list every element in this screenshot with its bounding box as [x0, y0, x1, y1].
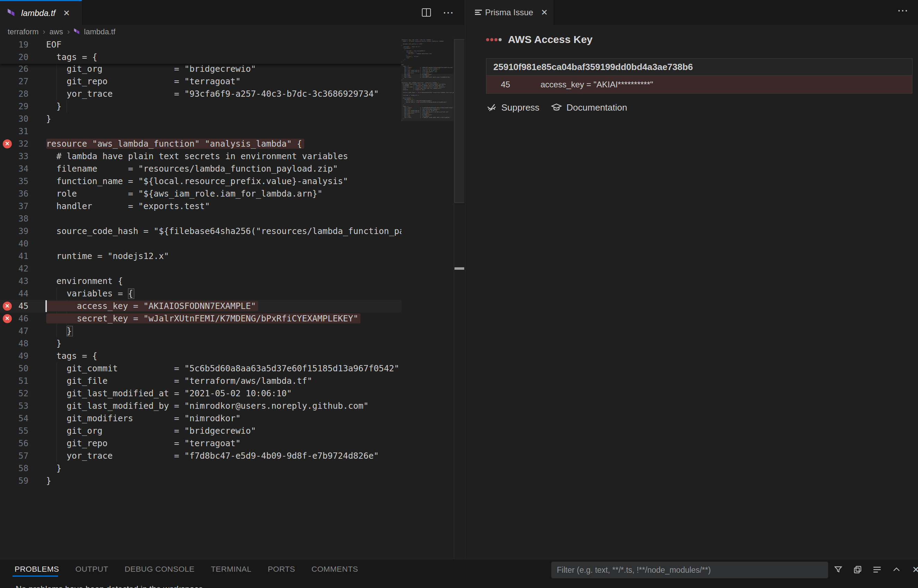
line-number[interactable]: 19 — [0, 39, 28, 51]
panel-tab-comments[interactable]: COMMENTS — [312, 565, 358, 574]
line-number[interactable]: 33 — [0, 150, 28, 163]
line-number[interactable]: 36 — [0, 187, 28, 200]
issue-code-row[interactable]: 45 access_key = "AKIAI**********" — [486, 76, 912, 93]
code-line[interactable]: 36 role = "${aws_iam_role.iam_for_lambda… — [0, 187, 402, 200]
tab-close-icon[interactable]: ✕ — [541, 8, 548, 17]
code-line[interactable]: 58 } — [0, 462, 402, 475]
code-line[interactable]: 28 yor_trace = "93cfa6f9-a257-40c3-b7dc-… — [0, 88, 402, 100]
line-number[interactable]: 20 — [0, 51, 28, 63]
line-number[interactable]: 52 — [0, 387, 28, 400]
editor-scrollbar[interactable] — [454, 39, 464, 559]
code-line[interactable]: 52 git_last_modified_at = "2021-05-02 10… — [0, 387, 402, 400]
line-number[interactable]: 43 — [0, 275, 28, 288]
line-number[interactable]: 40 — [0, 237, 28, 250]
line-number[interactable]: 53 — [0, 400, 28, 412]
line-number[interactable]: 44 — [0, 288, 28, 300]
line-number[interactable]: 34 — [0, 163, 28, 175]
code-line[interactable]: 27 git_repo = "terragoat" — [0, 75, 402, 88]
code-line[interactable]: ✕46 secret_key = "wJalrXUtnFEMI/K7MDENG/… — [0, 312, 402, 325]
collapse-all-icon[interactable] — [871, 564, 883, 576]
tab-prisma-issue[interactable]: Prisma Issue ✕ — [466, 0, 554, 25]
close-panel-icon[interactable]: ✕ — [910, 564, 918, 576]
code-line[interactable]: 30} — [0, 113, 402, 125]
code-line[interactable]: 55 git_org = "bridgecrewio" — [0, 425, 402, 437]
line-number[interactable]: 54 — [0, 412, 28, 425]
code-line[interactable]: 54 git_modifiers = "nimrodkor" — [0, 412, 402, 425]
filter-toggle-icon[interactable] — [832, 564, 844, 576]
documentation-button[interactable]: Documentation — [550, 102, 627, 113]
code-line[interactable]: 49 tags = { — [0, 350, 402, 362]
code-line[interactable]: 42 — [0, 262, 402, 275]
line-number[interactable]: 58 — [0, 462, 28, 475]
tab-lambda-tf[interactable]: lambda.tf ✕ — [0, 0, 82, 25]
line-number[interactable]: 45 — [0, 300, 28, 312]
code-line[interactable]: 43 environment { — [0, 275, 402, 288]
code-line[interactable]: 29 } — [0, 100, 402, 113]
split-editor-icon[interactable] — [422, 8, 431, 17]
code-editor[interactable]: 26 git_org = "bridgecrewio"27 git_repo =… — [0, 39, 464, 559]
filter-input[interactable] — [557, 565, 814, 575]
code-line[interactable]: 37 handler = "exports.test" — [0, 200, 402, 213]
line-number[interactable]: 59 — [0, 475, 28, 487]
filter-funnel-icon[interactable] — [814, 565, 823, 575]
line-number[interactable]: 29 — [0, 100, 28, 113]
line-number[interactable]: 51 — [0, 375, 28, 387]
line-number[interactable]: 38 — [0, 213, 28, 225]
code-line[interactable]: 39 source_code_hash = "${filebase64sha25… — [0, 225, 402, 237]
line-number[interactable]: 41 — [0, 250, 28, 262]
tab-close-icon[interactable]: ✕ — [63, 9, 70, 17]
panel-tab-ports[interactable]: PORTS — [268, 565, 295, 574]
panel-tab-problems[interactable]: PROBLEMS — [15, 565, 59, 574]
code-line[interactable]: 56 git_repo = "terragoat" — [0, 437, 402, 450]
code-line[interactable]: 31 — [0, 125, 402, 137]
line-number[interactable]: 56 — [0, 437, 28, 450]
code-line[interactable]: ✕45 access_key = "AKIAIOSFODNN7EXAMPLE" — [0, 300, 402, 312]
sticky-scroll-header[interactable]: 19EOF20 tags = { — [0, 39, 402, 64]
line-number[interactable]: 31 — [0, 125, 28, 137]
code-line[interactable]: 34 filename = "resources/lambda_function… — [0, 163, 402, 175]
more-actions-icon[interactable]: ⋯ — [897, 7, 909, 14]
maximize-panel-icon[interactable] — [890, 564, 903, 576]
breadcrumb-terraform[interactable]: terraform — [8, 27, 39, 36]
line-number[interactable]: 32 — [0, 137, 28, 150]
line-number[interactable]: 49 — [0, 350, 28, 362]
more-actions-icon[interactable]: ⋯ — [443, 9, 455, 16]
line-number[interactable]: 26 — [0, 63, 28, 75]
code-line[interactable]: 44 variables = { — [0, 288, 402, 300]
line-number[interactable]: 35 — [0, 175, 28, 187]
breadcrumb-aws[interactable]: aws — [50, 27, 63, 36]
line-number[interactable]: 28 — [0, 88, 28, 100]
code-line[interactable]: ✕32resource "aws_lambda_function" "analy… — [0, 137, 402, 150]
panel-tab-terminal[interactable]: TERMINAL — [211, 565, 251, 574]
sticky-code-line[interactable]: 20 tags = { — [0, 51, 402, 63]
line-number[interactable]: 47 — [0, 325, 28, 338]
line-number[interactable]: 42 — [0, 262, 28, 275]
panel-tab-output[interactable]: OUTPUT — [75, 565, 108, 574]
line-number[interactable]: 46 — [0, 312, 28, 325]
code-line[interactable]: 59} — [0, 475, 402, 487]
line-number[interactable]: 55 — [0, 425, 28, 437]
code-line[interactable]: 47 } — [0, 325, 402, 338]
panel-tab-debug-console[interactable]: DEBUG CONSOLE — [125, 565, 194, 574]
minimap[interactable]: resource "aws_iam_role" "iam_for_lambda"… — [402, 39, 454, 556]
sticky-code-line[interactable]: 19EOF — [0, 39, 402, 51]
line-number[interactable]: 37 — [0, 200, 28, 213]
line-number[interactable]: 48 — [0, 338, 28, 350]
code-line[interactable]: 33 # lambda have plain text secrets in e… — [0, 150, 402, 163]
line-number[interactable]: 30 — [0, 113, 28, 125]
code-line[interactable]: 35 function_name = "${local.resource_pre… — [0, 175, 402, 187]
code-line[interactable]: 57 yor_trace = "f7d8bc47-e5d9-4b09-9d8f-… — [0, 450, 402, 462]
suppress-button[interactable]: Suppress — [486, 102, 539, 113]
line-number[interactable]: 50 — [0, 362, 28, 375]
code-line[interactable]: 50 git_commit = "5c6b5d60a8aa63a5d37e60f… — [0, 362, 402, 375]
line-number[interactable]: 57 — [0, 450, 28, 462]
code-line[interactable]: 26 git_org = "bridgecrewio" — [0, 63, 402, 75]
scrollbar-slider[interactable] — [455, 39, 465, 203]
code-line[interactable]: 38 — [0, 213, 402, 225]
code-line[interactable]: 53 git_last_modified_by = "nimrodkor@use… — [0, 400, 402, 412]
code-line[interactable]: 51 git_file = "terraform/aws/lambda.tf" — [0, 375, 402, 387]
view-as-table-icon[interactable] — [852, 564, 864, 576]
code-line[interactable]: 48 } — [0, 338, 402, 350]
breadcrumb-file[interactable]: lambda.tf — [74, 27, 115, 36]
code-line[interactable]: 41 runtime = "nodejs12.x" — [0, 250, 402, 262]
